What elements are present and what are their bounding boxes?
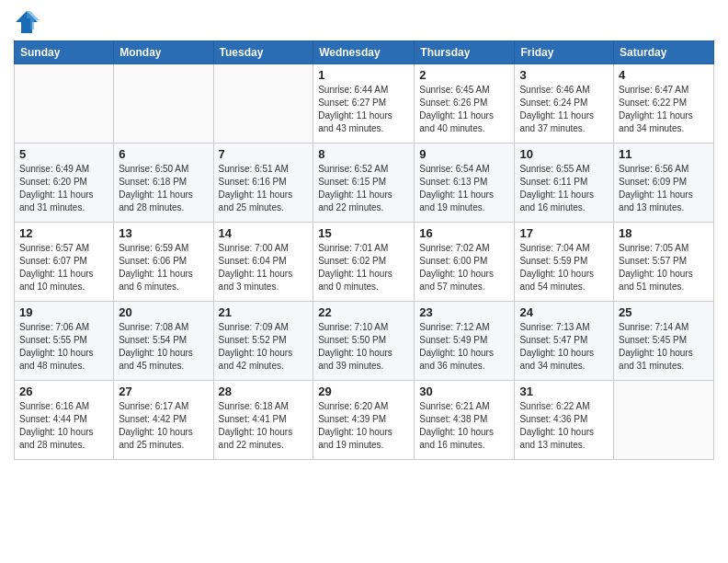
calendar-week-3: 12Sunrise: 6:57 AM Sunset: 6:07 PM Dayli… xyxy=(15,223,714,302)
calendar-cell: 22Sunrise: 7:10 AM Sunset: 5:50 PM Dayli… xyxy=(313,302,415,381)
day-number: 22 xyxy=(318,305,409,319)
day-number: 12 xyxy=(19,226,108,240)
day-number: 13 xyxy=(119,226,208,240)
day-number: 1 xyxy=(318,68,409,82)
day-number: 17 xyxy=(519,226,609,240)
day-info: Sunrise: 6:50 AM Sunset: 6:18 PM Dayligh… xyxy=(119,163,208,214)
calendar-table: SundayMondayTuesdayWednesdayThursdayFrid… xyxy=(14,40,714,460)
calendar-cell: 31Sunrise: 6:22 AM Sunset: 4:36 PM Dayli… xyxy=(515,381,614,460)
day-info: Sunrise: 7:04 AM Sunset: 5:59 PM Dayligh… xyxy=(519,242,609,293)
calendar-week-1: 1Sunrise: 6:44 AM Sunset: 6:27 PM Daylig… xyxy=(15,64,714,144)
header xyxy=(14,9,714,35)
calendar-cell: 28Sunrise: 6:18 AM Sunset: 4:41 PM Dayli… xyxy=(213,381,313,460)
calendar-cell: 16Sunrise: 7:02 AM Sunset: 6:00 PM Dayli… xyxy=(415,223,515,302)
day-info: Sunrise: 6:20 AM Sunset: 4:39 PM Dayligh… xyxy=(318,400,409,452)
header-sunday: Sunday xyxy=(15,41,114,64)
day-info: Sunrise: 6:52 AM Sunset: 6:15 PM Dayligh… xyxy=(318,163,409,214)
day-number: 7 xyxy=(219,147,309,161)
day-number: 26 xyxy=(19,385,108,398)
calendar-cell: 19Sunrise: 7:06 AM Sunset: 5:55 PM Dayli… xyxy=(15,302,114,381)
header-wednesday: Wednesday xyxy=(313,41,415,64)
day-info: Sunrise: 7:09 AM Sunset: 5:52 PM Dayligh… xyxy=(219,321,309,373)
calendar-cell: 26Sunrise: 6:16 AM Sunset: 4:44 PM Dayli… xyxy=(15,381,114,460)
day-number: 15 xyxy=(318,226,409,240)
calendar-cell: 4Sunrise: 6:47 AM Sunset: 6:22 PM Daylig… xyxy=(614,64,714,144)
day-number: 20 xyxy=(119,305,208,319)
calendar-cell xyxy=(213,64,313,144)
day-info: Sunrise: 7:00 AM Sunset: 6:04 PM Dayligh… xyxy=(219,242,309,293)
day-number: 19 xyxy=(19,305,108,319)
calendar-cell: 14Sunrise: 7:00 AM Sunset: 6:04 PM Dayli… xyxy=(213,223,313,302)
calendar-cell: 12Sunrise: 6:57 AM Sunset: 6:07 PM Dayli… xyxy=(15,223,114,302)
calendar-cell: 15Sunrise: 7:01 AM Sunset: 6:02 PM Dayli… xyxy=(313,223,415,302)
day-number: 14 xyxy=(219,226,309,240)
day-info: Sunrise: 7:10 AM Sunset: 5:50 PM Dayligh… xyxy=(318,321,409,373)
calendar-cell: 29Sunrise: 6:20 AM Sunset: 4:39 PM Dayli… xyxy=(313,381,415,460)
day-number: 3 xyxy=(519,68,609,82)
day-info: Sunrise: 6:16 AM Sunset: 4:44 PM Dayligh… xyxy=(19,400,108,452)
day-info: Sunrise: 7:13 AM Sunset: 5:47 PM Dayligh… xyxy=(519,321,609,373)
day-number: 5 xyxy=(19,147,108,161)
day-info: Sunrise: 6:54 AM Sunset: 6:13 PM Dayligh… xyxy=(419,163,509,214)
calendar-cell: 21Sunrise: 7:09 AM Sunset: 5:52 PM Dayli… xyxy=(213,302,313,381)
day-number: 30 xyxy=(419,385,509,398)
calendar-cell: 2Sunrise: 6:45 AM Sunset: 6:26 PM Daylig… xyxy=(415,64,515,144)
day-info: Sunrise: 6:56 AM Sunset: 6:09 PM Dayligh… xyxy=(619,163,709,214)
header-monday: Monday xyxy=(114,41,213,64)
day-number: 10 xyxy=(519,147,609,161)
day-number: 28 xyxy=(219,385,309,398)
calendar-cell: 11Sunrise: 6:56 AM Sunset: 6:09 PM Dayli… xyxy=(614,144,714,223)
header-saturday: Saturday xyxy=(614,41,714,64)
calendar-cell: 9Sunrise: 6:54 AM Sunset: 6:13 PM Daylig… xyxy=(415,144,515,223)
calendar-cell: 20Sunrise: 7:08 AM Sunset: 5:54 PM Dayli… xyxy=(114,302,213,381)
calendar-cell: 17Sunrise: 7:04 AM Sunset: 5:59 PM Dayli… xyxy=(515,223,614,302)
day-info: Sunrise: 7:02 AM Sunset: 6:00 PM Dayligh… xyxy=(419,242,509,293)
day-info: Sunrise: 7:01 AM Sunset: 6:02 PM Dayligh… xyxy=(318,242,409,293)
header-row: SundayMondayTuesdayWednesdayThursdayFrid… xyxy=(15,41,714,64)
day-info: Sunrise: 6:45 AM Sunset: 6:26 PM Dayligh… xyxy=(419,84,509,135)
calendar-cell: 5Sunrise: 6:49 AM Sunset: 6:20 PM Daylig… xyxy=(15,144,114,223)
calendar-cell: 30Sunrise: 6:21 AM Sunset: 4:38 PM Dayli… xyxy=(415,381,515,460)
day-number: 8 xyxy=(318,147,409,161)
day-info: Sunrise: 6:22 AM Sunset: 4:36 PM Dayligh… xyxy=(519,400,609,452)
day-number: 21 xyxy=(219,305,309,319)
day-info: Sunrise: 6:59 AM Sunset: 6:06 PM Dayligh… xyxy=(119,242,208,293)
calendar-cell: 13Sunrise: 6:59 AM Sunset: 6:06 PM Dayli… xyxy=(114,223,213,302)
day-info: Sunrise: 7:05 AM Sunset: 5:57 PM Dayligh… xyxy=(619,242,709,293)
calendar-cell: 10Sunrise: 6:55 AM Sunset: 6:11 PM Dayli… xyxy=(515,144,614,223)
calendar-cell: 23Sunrise: 7:12 AM Sunset: 5:49 PM Dayli… xyxy=(415,302,515,381)
day-info: Sunrise: 6:17 AM Sunset: 4:42 PM Dayligh… xyxy=(119,400,208,452)
calendar-cell: 3Sunrise: 6:46 AM Sunset: 6:24 PM Daylig… xyxy=(515,64,614,144)
day-info: Sunrise: 7:06 AM Sunset: 5:55 PM Dayligh… xyxy=(19,321,108,373)
day-info: Sunrise: 7:08 AM Sunset: 5:54 PM Dayligh… xyxy=(119,321,208,373)
logo-icon xyxy=(14,9,40,35)
day-info: Sunrise: 6:51 AM Sunset: 6:16 PM Dayligh… xyxy=(219,163,309,214)
header-friday: Friday xyxy=(515,41,614,64)
calendar-cell: 7Sunrise: 6:51 AM Sunset: 6:16 PM Daylig… xyxy=(213,144,313,223)
day-number: 23 xyxy=(419,305,509,319)
calendar-week-4: 19Sunrise: 7:06 AM Sunset: 5:55 PM Dayli… xyxy=(15,302,714,381)
day-number: 16 xyxy=(419,226,509,240)
day-number: 24 xyxy=(519,305,609,319)
day-number: 4 xyxy=(619,68,709,82)
day-info: Sunrise: 6:57 AM Sunset: 6:07 PM Dayligh… xyxy=(19,242,108,293)
calendar-cell: 6Sunrise: 6:50 AM Sunset: 6:18 PM Daylig… xyxy=(114,144,213,223)
calendar-cell: 8Sunrise: 6:52 AM Sunset: 6:15 PM Daylig… xyxy=(313,144,415,223)
day-info: Sunrise: 6:47 AM Sunset: 6:22 PM Dayligh… xyxy=(619,84,709,135)
header-thursday: Thursday xyxy=(415,41,515,64)
day-number: 9 xyxy=(419,147,509,161)
calendar-cell xyxy=(614,381,714,460)
day-info: Sunrise: 6:49 AM Sunset: 6:20 PM Dayligh… xyxy=(19,163,108,214)
day-info: Sunrise: 6:46 AM Sunset: 6:24 PM Dayligh… xyxy=(519,84,609,135)
calendar-cell xyxy=(114,64,213,144)
day-number: 18 xyxy=(619,226,709,240)
day-info: Sunrise: 7:14 AM Sunset: 5:45 PM Dayligh… xyxy=(619,321,709,373)
calendar-cell: 25Sunrise: 7:14 AM Sunset: 5:45 PM Dayli… xyxy=(614,302,714,381)
calendar-cell xyxy=(15,64,114,144)
day-info: Sunrise: 7:12 AM Sunset: 5:49 PM Dayligh… xyxy=(419,321,509,373)
header-tuesday: Tuesday xyxy=(213,41,313,64)
calendar-cell: 1Sunrise: 6:44 AM Sunset: 6:27 PM Daylig… xyxy=(313,64,415,144)
calendar-week-2: 5Sunrise: 6:49 AM Sunset: 6:20 PM Daylig… xyxy=(15,144,714,223)
page: SundayMondayTuesdayWednesdayThursdayFrid… xyxy=(0,0,728,563)
calendar-body: 1Sunrise: 6:44 AM Sunset: 6:27 PM Daylig… xyxy=(15,64,714,460)
